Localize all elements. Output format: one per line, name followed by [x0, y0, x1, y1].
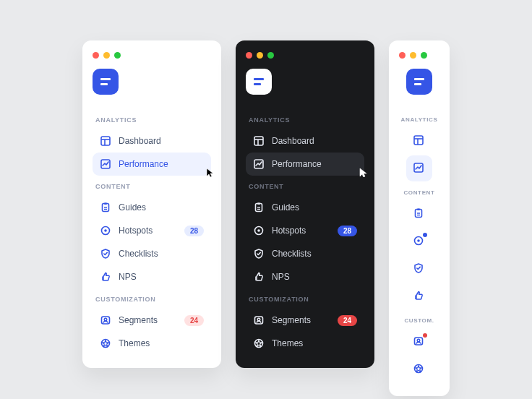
nav-themes[interactable]: Themes [93, 332, 211, 355]
nav-label: Guides [272, 202, 299, 213]
nav-hotspots[interactable]: Hotspots 28 [246, 219, 364, 242]
nav-label: Performance [272, 159, 322, 169]
guides-icon [100, 202, 111, 213]
section-content: CONTENT [399, 189, 439, 196]
section-analytics: ANALYTICS [249, 116, 361, 124]
nav-hotspots[interactable] [406, 228, 432, 254]
section-customization: CUSTOMIZATION [95, 296, 208, 303]
dashboard-icon [100, 135, 111, 147]
nav-label: Dashboard [119, 136, 161, 146]
nav-nps[interactable]: NPS [93, 265, 211, 288]
nav-segments[interactable]: Segments 24 [93, 309, 211, 332]
badge-hotspots-dot [423, 233, 427, 237]
hotspots-icon [253, 225, 265, 236]
performance-icon [100, 158, 111, 170]
thumbs-up-icon [100, 271, 111, 283]
close-dot[interactable] [399, 52, 406, 59]
nav-checklists[interactable] [406, 256, 432, 282]
window-controls[interactable] [399, 52, 427, 59]
badge-hotspots: 28 [338, 226, 357, 236]
close-dot[interactable] [246, 52, 252, 59]
nav-label: Checklists [272, 249, 312, 259]
section-analytics: ANALYTICS [399, 116, 439, 123]
nav-label: NPS [272, 272, 290, 282]
pointer-cursor-icon [204, 167, 214, 177]
nav-nps[interactable] [406, 283, 432, 309]
nav-segments[interactable]: Segments 24 [246, 309, 364, 332]
app-logo [246, 69, 272, 95]
section-content: CONTENT [249, 183, 361, 190]
close-dot[interactable] [93, 52, 99, 59]
nav-label: Hotspots [119, 226, 153, 236]
nav-nps[interactable]: NPS [246, 265, 364, 288]
nav-segments[interactable] [406, 329, 432, 355]
window-controls[interactable] [246, 52, 364, 59]
section-customization: CUSTOMIZATION [249, 296, 361, 303]
segments-icon [100, 314, 111, 326]
maximize-dot[interactable] [267, 52, 274, 59]
nav-dashboard[interactable] [406, 128, 432, 154]
badge-segments: 24 [338, 315, 357, 326]
nav-themes[interactable] [406, 356, 432, 382]
minimize-dot[interactable] [257, 52, 263, 59]
section-customization: CUSTOM. [399, 317, 439, 324]
maximize-dot[interactable] [421, 52, 427, 59]
nav-label: Guides [119, 202, 146, 213]
minimize-dot[interactable] [410, 52, 416, 59]
sidebar-dark: ANALYTICS Dashboard Performance CONTENT … [236, 40, 374, 368]
nav-performance[interactable]: Performance [246, 153, 364, 176]
checklists-icon [100, 248, 111, 259]
nav-dashboard[interactable]: Dashboard [246, 129, 364, 153]
badge-hotspots: 28 [184, 226, 204, 236]
nav-guides[interactable] [406, 201, 432, 227]
badge-segments: 24 [184, 315, 204, 326]
nav-label: Segments [272, 315, 311, 325]
checklists-icon [253, 248, 265, 259]
themes-icon [253, 338, 265, 349]
nav-checklists[interactable]: Checklists [246, 242, 364, 265]
hotspots-icon [100, 225, 111, 236]
thumbs-up-icon [253, 271, 265, 283]
nav-label: Themes [272, 338, 303, 348]
section-content: CONTENT [95, 183, 208, 190]
nav-label: Themes [119, 338, 150, 348]
window-controls[interactable] [93, 52, 211, 59]
performance-icon [253, 158, 265, 170]
nav-checklists[interactable]: Checklists [93, 242, 211, 265]
nav-label: Segments [119, 315, 158, 325]
section-analytics: ANALYTICS [95, 116, 208, 124]
pointer-cursor-icon [357, 167, 367, 177]
guides-icon [253, 202, 265, 213]
app-logo [406, 69, 432, 95]
nav-hotspots[interactable]: Hotspots 28 [93, 219, 211, 242]
sidebar-collapsed: ANALYTICS CONTENT CUSTOM. [389, 40, 450, 396]
maximize-dot[interactable] [114, 52, 121, 59]
nav-guides[interactable]: Guides [246, 196, 364, 219]
nav-label: Checklists [119, 249, 158, 259]
badge-segments-dot [423, 333, 427, 338]
app-logo [93, 69, 119, 95]
sidebar-light: ANALYTICS Dashboard Performance CONTENT … [82, 40, 221, 368]
minimize-dot[interactable] [103, 52, 110, 59]
nav-guides[interactable]: Guides [93, 196, 211, 219]
nav-performance[interactable] [406, 155, 432, 181]
nav-label: NPS [119, 272, 137, 282]
nav-label: Performance [119, 159, 168, 169]
segments-icon [253, 314, 265, 326]
nav-label: Dashboard [272, 136, 314, 146]
nav-label: Hotspots [272, 226, 306, 236]
nav-themes[interactable]: Themes [246, 332, 364, 355]
nav-dashboard[interactable]: Dashboard [93, 129, 211, 153]
dashboard-icon [253, 135, 265, 147]
themes-icon [100, 338, 111, 349]
nav-performance[interactable]: Performance [93, 153, 211, 176]
